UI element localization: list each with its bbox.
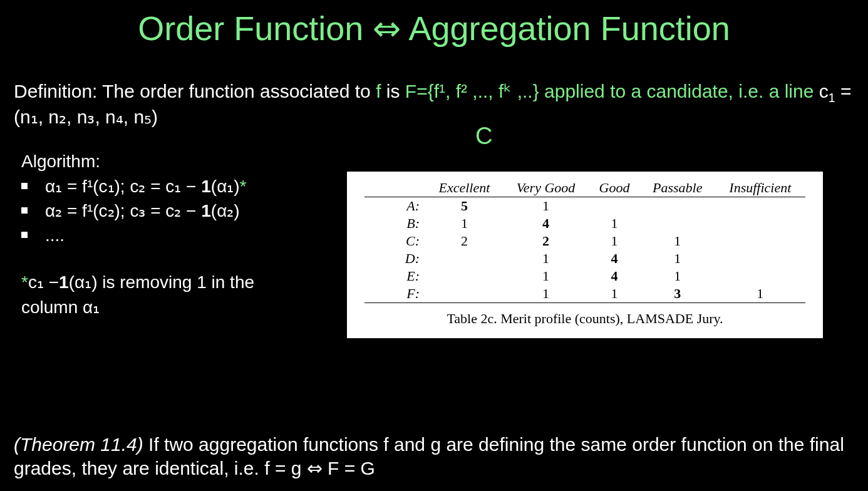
table-figure: Excellent Very Good Good Passable Insuff… [347,172,823,338]
col-passable: Passable [640,179,715,197]
theorem-line: (Theorem 11.4) If two aggregation functi… [14,433,854,480]
def-mid2: applied to a candidate, i.e. a [539,81,785,101]
bullet-icon [21,207,28,214]
def-mid1: is [381,81,405,101]
theorem-lead: (Theorem 11.4) [14,434,143,455]
def-line-word: line [785,81,814,101]
bullet-icon [21,232,28,238]
table-row: B: 1 4 1 [364,215,805,232]
right-column: C Excellent Very Good Good Passable Insu… [347,134,868,319]
algo-step-2: α₂ = f¹(c₂); c₃ = c₂ − 1(α₂) [21,199,347,223]
table-row: E: 1 4 1 [364,267,805,285]
algorithm-list: α₁ = f¹(c₁); c₂ = c₁ − 1(α₁)* α₂ = f¹(c₂… [21,174,347,248]
bullet-icon [21,183,28,189]
def-F-expr: F={f¹, f² ,.., fᵏ ,..} [405,81,539,101]
table-header-row: Excellent Very Good Good Passable Insuff… [364,179,805,197]
table-row: C: 2 2 1 1 [364,232,805,250]
col-insufficient: Insufficient [715,179,805,197]
algo-step-1: α₁ = f¹(c₁); c₂ = c₁ − 1(α₁)* [21,174,347,199]
merit-table: Excellent Very Good Good Passable Insuff… [364,179,805,303]
table-row: F: 1 1 3 1 [364,285,805,303]
algorithm-header: Algorithm: [21,152,347,172]
definition-line: Definition: The order function associate… [14,80,854,129]
content-columns: Algorithm: α₁ = f¹(c₁); c₂ = c₁ − 1(α₁)*… [0,134,868,319]
title-symbol: ⇔ [373,9,401,47]
algorithm-note: *c₁ −1(α₁) is removing 1 in the column α… [21,270,347,319]
table-row: A: 5 1 [364,197,805,215]
table-caption: Table 2c. Merit profile (counts), LAMSAD… [364,311,805,327]
col-good: Good [589,179,639,197]
title-part2: Aggregation Function [401,9,730,47]
slide: Order Function ⇔ Aggregation Function De… [0,0,868,491]
left-column: Algorithm: α₁ = f¹(c₁); c₂ = c₁ − 1(α₁)*… [0,134,347,319]
col-excellent: Excellent [426,179,503,197]
slide-title: Order Function ⇔ Aggregation Function [0,0,868,48]
col-verygood: Very Good [503,179,589,197]
table-row: D: 1 4 1 [364,250,805,267]
def-pre: Definition: The order function associate… [14,81,376,101]
c-label: C [475,123,492,150]
title-part1: Order Function [138,9,373,47]
algo-step-3: .... [21,223,347,247]
